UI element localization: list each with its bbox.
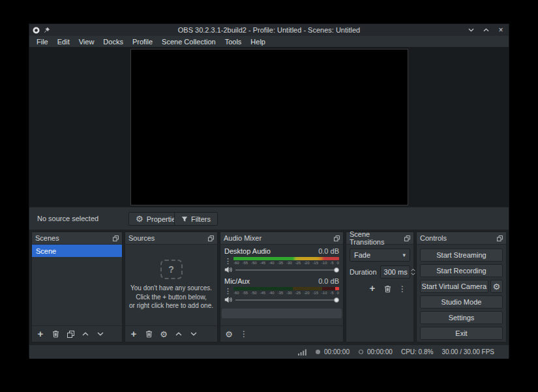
transition-selected-value: Fade: [354, 251, 370, 259]
move-scene-up-button[interactable]: [82, 332, 89, 336]
start-recording-button[interactable]: Start Recording: [420, 264, 503, 277]
menu-scene-collection[interactable]: Scene Collection: [157, 37, 220, 46]
duration-spinbox[interactable]: 300 ms: [380, 265, 410, 279]
scale-tick: -20: [304, 291, 310, 295]
add-icon: +: [370, 283, 376, 293]
dock-float-icon[interactable]: [404, 235, 410, 241]
meter-scale: -60-55-50-45-40-35-30-25-20-15-10-50: [233, 261, 339, 265]
menu-help[interactable]: Help: [246, 37, 270, 46]
channel-options-button[interactable]: ⋮: [224, 287, 230, 295]
controls-dock-header[interactable]: Controls: [417, 232, 506, 245]
controls-body: Start Streaming Start Recording Start Vi…: [417, 245, 506, 342]
chevron-down-icon: [190, 332, 197, 336]
dock-float-icon[interactable]: [208, 235, 214, 241]
mixer-channel-mic-aux: Mic/Aux 0.0 dB ⋮ -60-55-50-45-40-35-30-2…: [220, 275, 343, 305]
scenes-list: Scene: [32, 245, 122, 325]
add-scene-button[interactable]: +: [37, 330, 44, 339]
dock-float-icon[interactable]: [497, 235, 503, 241]
volume-slider[interactable]: [235, 297, 339, 303]
source-toolbar: No source selected ⚙ Properties Filters: [29, 207, 509, 230]
meter-scale: -60-55-50-45-40-35-30-25-20-15-10-50: [233, 291, 339, 295]
slider-track: [235, 269, 339, 271]
scenes-toolbar: +: [32, 325, 122, 342]
studio-mode-button[interactable]: Studio Mode: [420, 295, 503, 309]
maximize-button[interactable]: [481, 25, 490, 35]
scale-tick: -25: [295, 291, 301, 295]
scale-tick: -10: [321, 291, 327, 295]
speaker-icon: [224, 266, 232, 273]
duplicate-scene-button[interactable]: [67, 331, 74, 338]
add-source-button[interactable]: +: [130, 330, 138, 339]
settings-button[interactable]: Settings: [420, 311, 503, 324]
scale-tick: -30: [286, 291, 292, 295]
docks-area: Scenes Scene +: [29, 230, 509, 344]
transition-properties-button[interactable]: ⋮: [398, 285, 406, 293]
slider-handle[interactable]: [334, 267, 339, 273]
remove-transition-button[interactable]: [383, 285, 391, 293]
menu-view[interactable]: View: [74, 37, 99, 46]
filters-button[interactable]: Filters: [174, 212, 218, 226]
stream-time: 00:00:00: [324, 348, 350, 355]
volume-slider[interactable]: [235, 267, 339, 273]
move-source-up-button[interactable]: [175, 332, 183, 336]
mute-button[interactable]: [224, 266, 232, 273]
menu-edit[interactable]: Edit: [53, 37, 74, 46]
dock-float-icon[interactable]: [334, 235, 340, 241]
controls-dock: Controls Start Streaming Start Recording…: [416, 232, 507, 342]
close-button[interactable]: ×: [496, 25, 505, 35]
controls-dock-title: Controls: [420, 234, 447, 242]
audio-mixer-dock-header[interactable]: Audio Mixer: [220, 232, 343, 245]
menu-tools[interactable]: Tools: [220, 37, 247, 46]
source-properties-button[interactable]: ⚙: [160, 330, 168, 339]
preview-canvas[interactable]: [130, 49, 408, 205]
chevron-up-icon: [411, 269, 415, 271]
scenes-dock-title: Scenes: [35, 234, 59, 242]
move-source-down-button[interactable]: [190, 332, 198, 336]
remove-scene-button[interactable]: [52, 330, 59, 338]
duration-label: Duration: [350, 268, 377, 276]
scenes-dock-header[interactable]: Scenes: [32, 232, 122, 245]
duration-down-button[interactable]: [411, 273, 415, 275]
scenes-dock: Scenes Scene +: [31, 232, 123, 342]
menu-docks[interactable]: Docks: [98, 37, 128, 46]
menu-file[interactable]: File: [32, 37, 53, 46]
start-streaming-button[interactable]: Start Streaming: [420, 249, 503, 262]
mixer-options-button[interactable]: ⋮: [240, 330, 248, 338]
advanced-audio-button[interactable]: ⚙: [225, 330, 233, 339]
minimize-button[interactable]: [466, 25, 475, 35]
pin-icon[interactable]: [44, 27, 50, 33]
transitions-body: Fade ▾ Duration 300 ms: [346, 245, 413, 342]
duration-up-button[interactable]: [411, 269, 415, 271]
mixer-scrollbar[interactable]: [222, 309, 342, 318]
slider-handle[interactable]: [334, 297, 339, 303]
scale-tick: -10: [321, 261, 327, 265]
add-transition-button[interactable]: +: [368, 284, 376, 293]
titlebar[interactable]: OBS 30.2.3.1-2build2 - Profile: Untitled…: [29, 24, 509, 36]
preview-area: [29, 47, 509, 207]
start-virtual-camera-button[interactable]: Start Virtual Camera: [420, 280, 488, 293]
duration-value: 300 ms: [381, 268, 411, 276]
scale-tick: -35: [277, 261, 283, 265]
status-bar: 00:00:00 00:00:00 CPU: 0.8% 30.00 / 30.0…: [29, 344, 509, 359]
transition-select[interactable]: Fade ▾: [350, 249, 410, 262]
sources-list[interactable]: ? You don't have any sources. Click the …: [125, 245, 217, 325]
menu-profile[interactable]: Profile: [128, 37, 157, 46]
sources-dock-title: Sources: [128, 234, 155, 242]
channel-level: 0.0 dB: [318, 247, 339, 255]
move-scene-down-button[interactable]: [97, 332, 104, 336]
remove-source-button[interactable]: [145, 330, 153, 338]
fps-counter: 30.00 / 30.00 FPS: [441, 348, 494, 355]
volume-meter: [233, 287, 339, 290]
channel-options-button[interactable]: ⋮: [224, 257, 230, 265]
sources-dock-header[interactable]: Sources: [125, 232, 217, 245]
mute-button[interactable]: [224, 296, 232, 303]
scene-list-item[interactable]: Scene: [32, 245, 122, 257]
scene-transitions-dock-header[interactable]: Scene Transitions: [346, 232, 413, 245]
exit-button[interactable]: Exit: [420, 327, 503, 340]
scale-tick: -15: [312, 261, 318, 265]
sources-empty-state: ? You don't have any sources. Click the …: [125, 245, 217, 325]
virtual-camera-config-button[interactable]: ⚙: [490, 280, 503, 293]
sources-toolbar: + ⚙: [125, 325, 217, 342]
dock-float-icon[interactable]: [113, 235, 119, 241]
scale-tick: -50: [251, 291, 257, 295]
